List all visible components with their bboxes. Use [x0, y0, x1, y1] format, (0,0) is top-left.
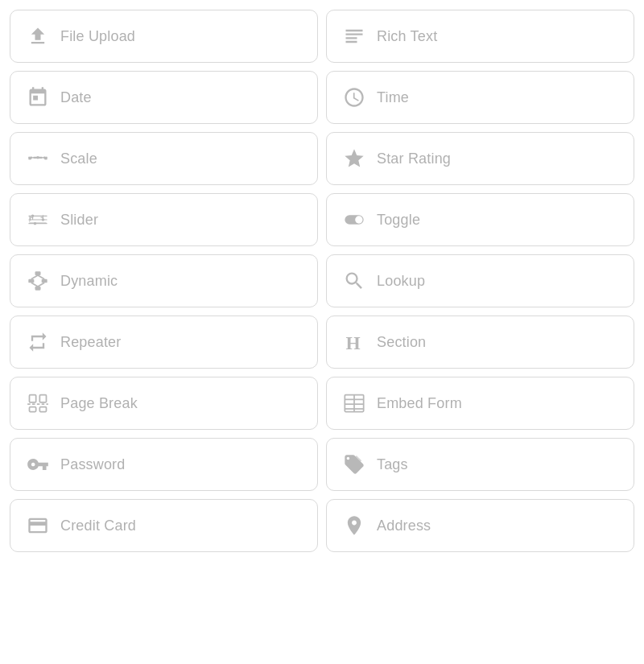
card-address[interactable]: Address: [326, 499, 634, 552]
card-lookup[interactable]: Lookup: [326, 254, 634, 307]
card-password[interactable]: Password: [10, 438, 318, 491]
rich-text-icon: [343, 25, 365, 47]
repeater-icon: [27, 331, 49, 353]
svg-point-11: [355, 216, 362, 223]
card-label-dynamic: Dynamic: [60, 273, 118, 290]
svg-rect-25: [39, 407, 46, 412]
star-rating-icon: [343, 147, 365, 170]
slider-icon: [27, 208, 49, 231]
time-icon: [343, 86, 365, 109]
svg-point-7: [31, 215, 35, 218]
card-file-upload[interactable]: File Upload: [10, 10, 318, 63]
svg-line-19: [38, 283, 44, 287]
svg-line-16: [31, 275, 38, 279]
card-label-scale: Scale: [60, 151, 97, 167]
card-label-slider: Slider: [60, 212, 98, 229]
card-rich-text[interactable]: Rich Text: [326, 10, 634, 63]
card-label-file-upload: File Upload: [60, 28, 135, 45]
scale-icon: [27, 147, 49, 170]
svg-rect-13: [28, 279, 34, 283]
form-elements-grid: File Upload Rich Text Date Time Scale: [10, 10, 634, 552]
tags-icon: [343, 453, 365, 476]
svg-rect-15: [35, 287, 41, 291]
card-label-time: Time: [377, 89, 409, 106]
card-label-toggle: Toggle: [377, 212, 420, 229]
svg-line-17: [38, 275, 44, 279]
svg-line-18: [31, 283, 38, 287]
card-section[interactable]: H Section: [326, 316, 634, 369]
card-repeater[interactable]: Repeater: [10, 316, 318, 369]
svg-point-2: [30, 156, 32, 159]
card-label-embed-form: Embed Form: [377, 395, 462, 412]
card-toggle[interactable]: Toggle: [326, 193, 634, 246]
svg-point-3: [43, 156, 46, 159]
card-page-break[interactable]: Page Break: [10, 377, 318, 430]
card-label-rich-text: Rich Text: [377, 28, 437, 45]
card-label-tags: Tags: [377, 456, 408, 473]
card-date[interactable]: Date: [10, 71, 318, 124]
embed-form-icon: [343, 392, 365, 414]
dynamic-icon: [27, 270, 49, 292]
card-time[interactable]: Time: [326, 71, 634, 124]
svg-rect-21: [30, 395, 36, 402]
lookup-icon: [343, 270, 365, 292]
file-upload-icon: [27, 25, 49, 47]
svg-point-8: [42, 218, 45, 221]
credit-card-icon: [27, 514, 49, 537]
card-label-repeater: Repeater: [60, 334, 122, 351]
svg-rect-12: [35, 271, 41, 275]
card-credit-card[interactable]: Credit Card: [10, 499, 318, 552]
svg-rect-24: [30, 407, 36, 412]
page-break-icon: [27, 392, 49, 414]
card-star-rating[interactable]: Star Rating: [326, 132, 634, 185]
card-label-credit-card: Credit Card: [60, 518, 136, 534]
card-label-page-break: Page Break: [60, 395, 138, 412]
svg-point-9: [34, 222, 37, 225]
date-icon: [27, 86, 49, 109]
card-embed-form[interactable]: Embed Form: [326, 377, 634, 430]
card-label-star-rating: Star Rating: [377, 151, 451, 167]
svg-rect-14: [42, 279, 47, 283]
card-slider[interactable]: Slider: [10, 193, 318, 246]
card-dynamic[interactable]: Dynamic: [10, 254, 318, 307]
svg-rect-6: [28, 223, 47, 224]
svg-text:H: H: [346, 332, 361, 353]
address-icon: [343, 514, 365, 537]
card-scale[interactable]: Scale: [10, 132, 318, 185]
card-label-lookup: Lookup: [377, 273, 425, 290]
card-label-section: Section: [377, 334, 426, 351]
section-icon: H: [343, 331, 365, 353]
password-icon: [27, 453, 49, 476]
toggle-icon: [343, 208, 365, 231]
svg-rect-22: [39, 395, 46, 402]
card-label-password: Password: [60, 456, 125, 473]
svg-rect-4: [28, 216, 47, 217]
card-tags[interactable]: Tags: [326, 438, 634, 491]
card-label-address: Address: [377, 518, 431, 534]
card-label-date: Date: [60, 89, 92, 106]
